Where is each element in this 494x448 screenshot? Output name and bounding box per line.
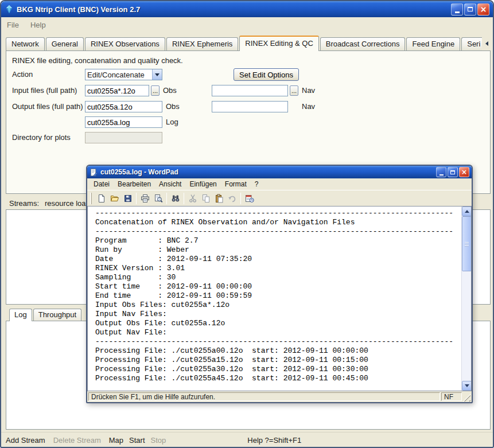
print-preview-icon (154, 194, 163, 203)
close-icon: × (461, 169, 467, 176)
copy-button (199, 192, 212, 205)
output-log-field[interactable] (85, 116, 162, 128)
log-line: Run by : Weber (95, 246, 461, 255)
bnc-titlebar[interactable]: BKG Ntrip Client (BNC) Version 2.7 × (1, 1, 493, 17)
tab-log-bottom[interactable]: Log (9, 309, 32, 321)
wordpad-statusbar: Drücken Sie F1, um die Hilfe aufzurufen.… (87, 391, 472, 402)
bnc-tabstrip: Network General RINEX Observations RINEX… (6, 36, 488, 50)
scroll-up-button[interactable] (462, 207, 472, 216)
scroll-down-button[interactable] (462, 381, 472, 391)
menu-ansicht[interactable]: Ansicht (155, 180, 185, 188)
log-line: ----------------------------------------… (95, 337, 461, 346)
wordpad-menubar: Datei Bearbeiten Ansicht Einfügen Format… (87, 178, 472, 190)
print-icon (141, 194, 150, 203)
bnc-menubar: File Help (1, 18, 46, 31)
streams-label: Streams: (9, 199, 39, 208)
toolbar-separator (136, 193, 137, 204)
map-button[interactable]: Map (109, 436, 123, 445)
log-line: Processing File: ./cut0255a15.12o start:… (95, 356, 461, 365)
start-button[interactable]: Start (129, 436, 145, 445)
close-icon: × (480, 5, 487, 13)
close-button[interactable]: × (477, 3, 489, 15)
maximize-icon (450, 170, 455, 174)
wordpad-minimize-button[interactable] (436, 167, 446, 177)
streams-header-text: resource loa (45, 199, 86, 208)
find-button[interactable] (169, 192, 182, 205)
tab-throughput[interactable]: Throughput (33, 309, 82, 321)
paste-button[interactable] (212, 192, 225, 205)
tab-general[interactable]: General (46, 37, 84, 50)
insert-date-time-button[interactable] (243, 192, 256, 205)
input-obs-browse-button[interactable]: ... (151, 85, 160, 96)
tab-serial[interactable]: Seri (461, 37, 482, 50)
log-line: Concatenation of RINEX Observation and/o… (95, 218, 461, 227)
help-shortcut-label[interactable]: Help ?=Shift+F1 (247, 436, 301, 445)
menu-file[interactable]: File (7, 21, 19, 29)
toolbar-separator (166, 193, 167, 204)
log-line: Input Obs Files: cut0255a*.12o (95, 301, 461, 310)
set-edit-options-button[interactable]: Set Edit Options (234, 68, 299, 81)
insert-date-time-icon (245, 194, 254, 203)
scroll-down-icon (465, 384, 469, 387)
output-files-label: Output files (full path) (12, 101, 83, 112)
resize-grip[interactable] (463, 394, 470, 402)
tab-rinex-observations[interactable]: RINEX Observations (85, 37, 165, 50)
minimize-button[interactable] (451, 3, 463, 15)
menu-hilfe[interactable]: ? (251, 180, 263, 188)
output-nav-field[interactable] (212, 101, 288, 112)
input-nav-browse-button[interactable]: ... (290, 85, 298, 96)
vertical-scrollbar[interactable] (461, 207, 471, 391)
open-button[interactable] (108, 192, 121, 205)
tab-scroll-left-button[interactable] (482, 38, 491, 49)
tab-rinex-ephemeris[interactable]: RINEX Ephemeris (166, 37, 238, 50)
scroll-up-icon (465, 210, 469, 213)
wordpad-titlebar[interactable]: cut0255a.log - WordPad × (87, 166, 472, 178)
log-line: Start time : 2012-09-11 00:00:00 (95, 282, 461, 291)
tab-rinex-editing-qc[interactable]: RINEX Editing & QC (239, 36, 319, 51)
undo-button (225, 192, 239, 205)
output-log-suffix-label: Log (166, 116, 178, 128)
plots-directory-label: Directory for plots (12, 132, 71, 143)
save-button[interactable] (121, 192, 134, 205)
log-line: RINEX Version : 3.01 (95, 264, 461, 273)
minimize-icon (439, 174, 444, 176)
menu-help[interactable]: Help (30, 21, 46, 29)
maximize-button[interactable] (464, 3, 476, 15)
wordpad-window-title: cut0255a.log - WordPad (100, 168, 436, 176)
input-nav-field[interactable] (212, 85, 288, 96)
add-stream-button[interactable]: Add Stream (6, 436, 45, 445)
save-icon (123, 194, 133, 203)
maximize-icon (468, 7, 473, 11)
scrollbar-thumb[interactable] (462, 216, 472, 271)
wordpad-toolbar (87, 190, 472, 206)
menu-einfuegen[interactable]: Einfügen (185, 180, 220, 188)
status-help-text: Drücken Sie F1, um die Hilfe aufzurufen. (88, 392, 440, 401)
copy-icon (201, 194, 211, 203)
chevron-down-icon[interactable] (152, 69, 162, 80)
menu-bearbeiten[interactable]: Bearbeiten (114, 180, 155, 188)
input-obs-suffix-label: Obs (163, 85, 177, 96)
action-select[interactable]: Edit/Concatenate (85, 69, 162, 80)
tab-network[interactable]: Network (6, 37, 45, 50)
toolbar-drag-handle[interactable] (90, 193, 92, 204)
wordpad-maximize-button[interactable] (448, 167, 458, 177)
log-line: Processing File: ./cut0255a30.12o start:… (95, 365, 461, 374)
tab-feed-engine[interactable]: Feed Engine (406, 37, 460, 50)
tab-scroll-buttons (482, 38, 494, 50)
wordpad-window: cut0255a.log - WordPad × Datei Bearbeite… (86, 165, 473, 403)
find-icon (171, 194, 180, 203)
tab-broadcast-corrections[interactable]: Broadcast Corrections (320, 37, 406, 50)
print-preview-button[interactable] (151, 192, 165, 205)
document-text: ----------------------------------------… (95, 209, 461, 383)
new-document-button[interactable] (95, 192, 108, 205)
menu-datei[interactable]: Datei (90, 180, 114, 188)
output-obs-field[interactable] (85, 101, 162, 112)
action-label: Action (12, 69, 33, 80)
input-obs-field[interactable] (85, 85, 149, 96)
undo-icon (228, 194, 237, 203)
menu-format[interactable]: Format (221, 180, 251, 188)
print-button[interactable] (138, 192, 151, 205)
log-line: ----------------------------------------… (95, 227, 461, 236)
wordpad-close-button[interactable]: × (459, 167, 469, 177)
document-area[interactable]: ----------------------------------------… (87, 206, 472, 391)
